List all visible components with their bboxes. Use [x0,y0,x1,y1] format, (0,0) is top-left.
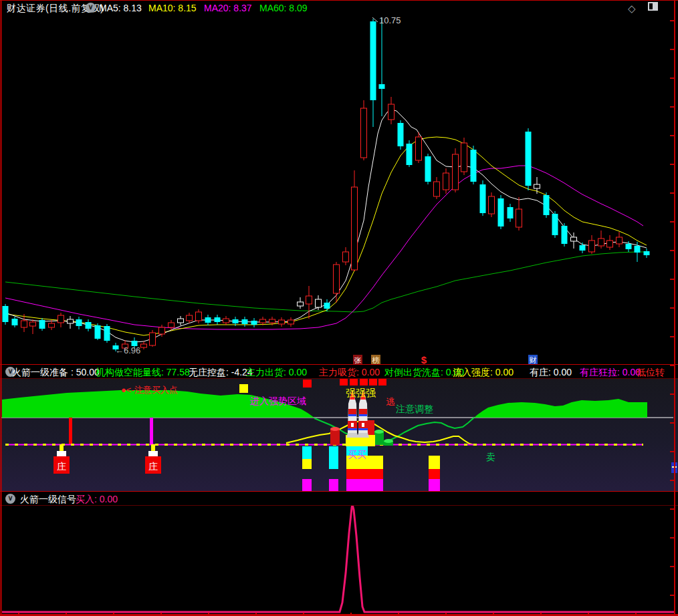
indicator2-buy-value: 买入: 0.00 [76,494,118,506]
svg-text:强强强: 强强强 [346,387,376,398]
window-controls: ◇ [628,2,658,14]
indicator1-header-item: 主力出货: 0.00 [246,367,307,379]
indicator1-header-item: 无庄控盘: -4.24 [189,367,253,379]
indicator1-header-item: 火箭一级准备 : 50.00 [12,367,100,379]
app-window: 财达证券(日线.前复权) MA5: 8.13MA10: 8.15MA20: 8.… [0,0,678,616]
indicator1-header-item: 低位转 [637,367,665,379]
indicator1-header-item: 流入强度: 0.00 [453,367,514,379]
ma-legend-item: MA60: 8.09 [259,3,308,13]
svg-text:注意调整: 注意调整 [396,404,433,414]
indicator1-header-item: 有庄: 0.00 [530,367,572,379]
indicator2-title: 火箭一级信号 [20,494,76,506]
ma-legend-item: MA5: 8.13 [99,3,142,13]
indicator2-header: 火箭一级信号 买入: 0.00 [0,491,678,506]
svg-text:张: 张 [354,356,362,364]
svg-text:庄: 庄 [148,461,158,472]
svg-text:进入强势区域: 进入强势区域 [250,396,306,406]
ma-legend-item: MA10: 8.15 [148,3,197,13]
indicator1-chart: 庄庄●<-注意买入点进入强势区域强强强逃注意调整买买卖 [0,379,678,491]
diamond-icon[interactable]: ◇ [628,3,636,14]
indicator1-header: 火箭一级准备 : 50.00机构做空能量线: 77.58无庄控盘: -4.24主… [0,364,678,379]
svg-text:榜: 榜 [372,356,380,364]
svg-text:●<-注意买入点: ●<-注意买入点 [121,385,178,395]
svg-text:庄: 庄 [57,461,66,472]
chevron-down-icon[interactable] [86,3,96,13]
candlestick-chart: 10.75←6.96张榜$财 [0,16,678,364]
title-bar: 财达证券(日线.前复权) MA5: 8.13MA10: 8.15MA20: 8.… [0,0,678,16]
svg-text:$: $ [421,354,427,364]
svg-text:←6.96: ←6.96 [115,345,140,355]
svg-text:买买: 买买 [348,449,366,460]
indicator2-chart [0,506,678,615]
svg-text:卖: 卖 [486,452,495,462]
svg-text:10.75: 10.75 [379,16,401,25]
maximize-half-square-icon[interactable] [648,2,658,11]
svg-text:逃: 逃 [386,396,395,407]
indicator1-header-item: 机构做空能量线: 77.58 [96,367,190,379]
indicator1-header-item: 主力吸货: 0.00 [319,367,380,379]
ma-legend-item: MA20: 8.37 [204,3,252,13]
indicator1-header-item: 有庄狂拉: 0.00 [580,367,641,379]
chevron-down-icon[interactable] [5,494,15,504]
svg-text:财: 财 [530,356,537,364]
